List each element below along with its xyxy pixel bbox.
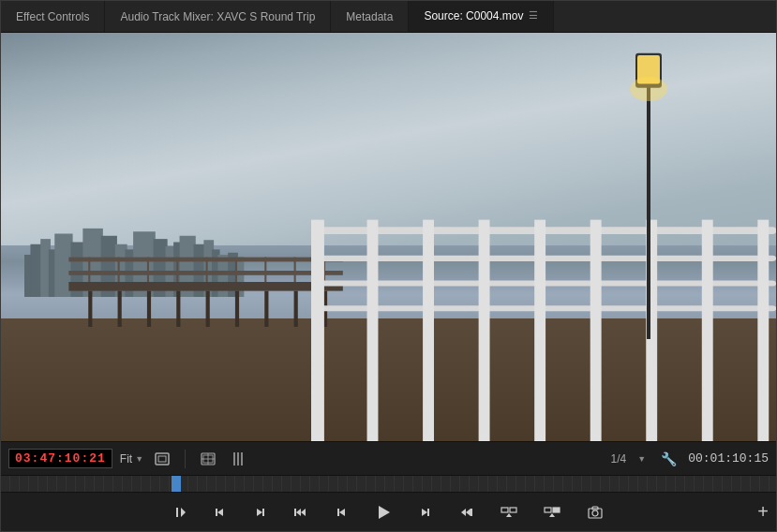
svg-rect-27 (235, 291, 239, 327)
video-frame (1, 33, 776, 441)
svg-rect-84 (471, 509, 472, 516)
svg-marker-68 (181, 508, 186, 517)
svg-rect-40 (294, 258, 296, 282)
svg-rect-69 (176, 508, 178, 517)
add-clip-btn[interactable]: + (757, 501, 769, 523)
zoom-to-frame-btn[interactable] (151, 451, 173, 467)
play-btn[interactable] (369, 500, 397, 525)
overwrite-btn[interactable] (538, 502, 566, 523)
svg-marker-87 (506, 513, 512, 517)
svg-rect-23 (118, 291, 122, 327)
svg-rect-48 (423, 219, 434, 441)
scrubber-head[interactable] (172, 476, 181, 492)
svg-rect-39 (265, 258, 267, 282)
svg-rect-70 (216, 509, 217, 516)
tab-source[interactable]: Source: C0004.mov ☰ (409, 1, 554, 32)
svg-marker-90 (549, 513, 555, 517)
export-frame-btn[interactable] (581, 502, 609, 523)
svg-rect-36 (177, 258, 179, 282)
svg-rect-46 (311, 219, 324, 441)
svg-rect-37 (206, 258, 208, 282)
svg-rect-78 (337, 509, 339, 516)
svg-rect-25 (177, 291, 181, 327)
step-back-btn[interactable] (330, 502, 354, 523)
svg-rect-81 (427, 509, 429, 516)
svg-rect-34 (118, 258, 120, 282)
svg-rect-24 (147, 291, 151, 327)
svg-rect-59 (156, 453, 169, 465)
svg-rect-54 (757, 219, 769, 441)
controls-bar: 03:47:10:21 Fit ▼ (1, 441, 776, 475)
go-to-in-btn[interactable] (208, 502, 232, 523)
tab-menu-icon[interactable]: ☰ (529, 9, 538, 22)
svg-rect-88 (545, 508, 551, 512)
svg-marker-73 (257, 509, 262, 516)
svg-point-58 (630, 77, 667, 101)
svg-marker-75 (296, 509, 301, 516)
svg-rect-22 (89, 291, 93, 327)
timecode-display[interactable]: 03:47:10:21 (8, 449, 112, 468)
end-timecode: 00:01:10:15 (688, 451, 769, 466)
svg-rect-29 (294, 291, 298, 327)
fraction-dropdown[interactable]: ▼ (634, 452, 650, 466)
svg-marker-77 (339, 509, 345, 516)
separator-1 (185, 450, 186, 468)
railing-svg (311, 155, 776, 441)
step-back-many-btn[interactable] (287, 502, 315, 523)
fraction-display: 1/4 (611, 452, 627, 466)
svg-rect-60 (158, 456, 166, 462)
multiview-btn[interactable] (227, 451, 249, 467)
lamp-svg (630, 33, 667, 339)
svg-marker-83 (466, 509, 471, 516)
svg-rect-53 (702, 219, 713, 441)
svg-rect-50 (534, 219, 545, 441)
safe-margins-btn[interactable] (197, 451, 219, 467)
tab-audio-track-mixer[interactable]: Audio Track Mixer: XAVC S Round Trip (105, 1, 331, 32)
svg-rect-21 (69, 282, 343, 291)
svg-marker-76 (301, 509, 306, 516)
svg-point-92 (592, 510, 598, 516)
mark-in-btn[interactable] (169, 502, 193, 523)
transport-bar: + (1, 492, 776, 531)
go-to-out-btn[interactable] (247, 502, 272, 523)
svg-rect-72 (262, 509, 264, 516)
svg-marker-71 (217, 509, 223, 516)
svg-rect-74 (294, 509, 296, 516)
svg-rect-89 (553, 508, 560, 512)
svg-marker-79 (379, 506, 390, 519)
timeline-scrubber[interactable] (1, 475, 776, 492)
svg-rect-33 (89, 258, 91, 282)
step-forward-btn[interactable] (412, 502, 437, 523)
fit-dropdown-arrow: ▼ (135, 454, 143, 464)
svg-rect-47 (366, 219, 378, 441)
tab-bar: Effect Controls Audio Track Mixer: XAVC … (1, 1, 776, 33)
svg-rect-51 (590, 219, 602, 441)
svg-rect-49 (478, 219, 489, 441)
settings-btn[interactable]: 🔧 (657, 450, 680, 468)
svg-rect-35 (147, 258, 149, 282)
scene (1, 33, 776, 441)
svg-rect-85 (501, 508, 508, 512)
svg-rect-86 (510, 508, 516, 512)
svg-marker-80 (422, 509, 427, 516)
scrubber-track (1, 476, 776, 492)
tab-metadata[interactable]: Metadata (331, 1, 409, 32)
svg-rect-26 (206, 291, 210, 327)
fit-dropdown[interactable]: Fit ▼ (120, 452, 143, 466)
svg-marker-82 (461, 509, 466, 516)
svg-rect-38 (235, 258, 237, 282)
insert-btn[interactable] (495, 502, 523, 523)
app-container: Effect Controls Audio Track Mixer: XAVC … (0, 0, 777, 532)
svg-rect-28 (265, 291, 269, 327)
video-area (1, 33, 776, 441)
step-forward-many-btn[interactable] (452, 502, 480, 523)
svg-rect-55 (647, 84, 650, 340)
tab-effect-controls[interactable]: Effect Controls (1, 1, 105, 32)
